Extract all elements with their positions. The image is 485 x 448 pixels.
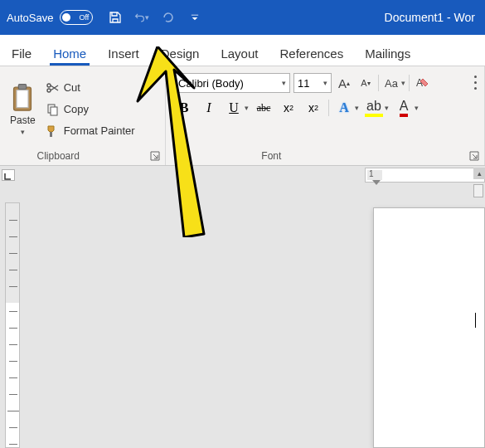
save-icon[interactable]: [108, 10, 123, 25]
font-color-button[interactable]: A ▾: [394, 98, 419, 118]
svg-rect-4: [51, 107, 57, 115]
strikethrough-button[interactable]: abc: [254, 98, 274, 118]
redo-icon[interactable]: [161, 10, 176, 25]
document-area: 1 ▴: [0, 166, 485, 448]
cut-label: Cut: [64, 81, 80, 94]
ribbon: Paste ▾ Cut Copy Format Painter Clipbo: [0, 66, 485, 166]
paste-button[interactable]: Paste ▾: [5, 70, 41, 149]
text-cursor: [475, 313, 476, 328]
scissors-icon: [46, 81, 59, 95]
tab-home[interactable]: Home: [50, 40, 90, 66]
indent-marker-icon[interactable]: [372, 180, 381, 185]
chevron-down-icon: ▾: [21, 128, 25, 136]
copy-icon: [46, 103, 59, 116]
subscript-button[interactable]: x2: [279, 98, 298, 118]
undo-icon[interactable]: ▾: [134, 10, 149, 25]
copy-button[interactable]: Copy: [44, 101, 137, 118]
tab-selector[interactable]: [2, 169, 15, 181]
format-painter-label: Format Painter: [64, 124, 135, 137]
ribbon-tabs: File Home Insert Design Layout Reference…: [0, 35, 485, 66]
font-name-value: Calibri (Body): [178, 77, 244, 90]
autosave-control[interactable]: AutoSave Off: [7, 10, 93, 25]
underline-button[interactable]: U ▾: [224, 98, 249, 118]
font-size-value: 11: [298, 77, 309, 90]
autosave-label: AutoSave: [7, 12, 53, 24]
font-name-select[interactable]: Calibri (Body) ▾: [174, 73, 290, 93]
horizontal-ruler[interactable]: 1: [365, 168, 485, 183]
copy-label: Copy: [64, 103, 89, 115]
document-title: Document1 - Wor: [385, 11, 478, 24]
highlight-button[interactable]: ab ▾: [364, 98, 389, 118]
tab-selector-icon: [2, 172, 12, 182]
toggle-knob: [62, 13, 70, 22]
font-color-label: A: [394, 98, 414, 118]
svg-rect-1: [17, 90, 28, 107]
ruler-number: 1: [369, 169, 374, 178]
margin-widget[interactable]: [473, 184, 483, 197]
highlight-label: ab: [364, 98, 384, 118]
group-clipboard: Paste ▾ Cut Copy Format Painter Clipbo: [0, 66, 166, 165]
chevron-down-icon: ▾: [282, 79, 286, 87]
scroll-up-button[interactable]: ▴: [473, 168, 485, 179]
customize-qat-icon[interactable]: [187, 10, 202, 25]
clear-formatting-button[interactable]: A: [413, 74, 431, 92]
chevron-down-icon: ▾: [415, 104, 419, 112]
title-bar: AutoSave Off ▾ Document1 - Wor: [0, 0, 485, 35]
chevron-down-icon: ▾: [355, 104, 359, 112]
format-painter-button[interactable]: Format Painter: [44, 123, 137, 139]
paste-icon: [11, 83, 34, 113]
change-case-label: Aa: [382, 74, 400, 92]
grow-font-button[interactable]: A▴: [335, 74, 353, 92]
dialog-launcher-icon[interactable]: [469, 151, 479, 161]
tab-references[interactable]: References: [276, 40, 347, 66]
autosave-state: Off: [80, 13, 90, 22]
svg-rect-5: [50, 132, 52, 137]
underline-label: U: [224, 98, 244, 118]
group-label-font: Font: [261, 150, 281, 162]
tab-design[interactable]: Design: [158, 40, 203, 66]
quick-access-toolbar: ▾: [108, 10, 202, 25]
text-effects-label: A: [334, 98, 354, 118]
bullets-button-edge[interactable]: [473, 73, 485, 91]
shrink-font-button[interactable]: A▾: [356, 74, 375, 92]
group-label-clipboard: Clipboard: [37, 150, 80, 162]
document-page[interactable]: [373, 207, 485, 448]
font-size-select[interactable]: 11 ▾: [293, 73, 332, 93]
chevron-down-icon: ▾: [401, 79, 405, 87]
tab-mailings[interactable]: Mailings: [361, 40, 414, 66]
paintbrush-icon: [46, 124, 59, 138]
superscript-button[interactable]: x2: [303, 98, 323, 118]
bold-button[interactable]: B: [174, 98, 194, 118]
paste-label: Paste: [10, 114, 36, 126]
autosave-toggle[interactable]: Off: [60, 10, 93, 25]
change-case-button[interactable]: Aa ▾: [382, 74, 405, 92]
dialog-launcher-icon[interactable]: [150, 151, 160, 161]
chevron-down-icon: ▾: [245, 104, 249, 112]
svg-rect-2: [19, 84, 27, 89]
chevron-down-icon: ▾: [385, 104, 389, 112]
italic-button[interactable]: I: [199, 98, 219, 118]
text-effects-button[interactable]: A ▾: [334, 98, 359, 118]
tab-insert[interactable]: Insert: [104, 40, 143, 66]
clear-formatting-icon: A: [415, 75, 429, 90]
chevron-down-icon: ▾: [323, 79, 327, 87]
tab-layout[interactable]: Layout: [217, 40, 261, 66]
group-font: Calibri (Body) ▾ 11 ▾ A▴ A▾ Aa ▾ A: [166, 66, 485, 165]
vertical-ruler[interactable]: [5, 202, 20, 448]
tab-file[interactable]: File: [8, 40, 35, 66]
cut-button[interactable]: Cut: [44, 80, 137, 96]
